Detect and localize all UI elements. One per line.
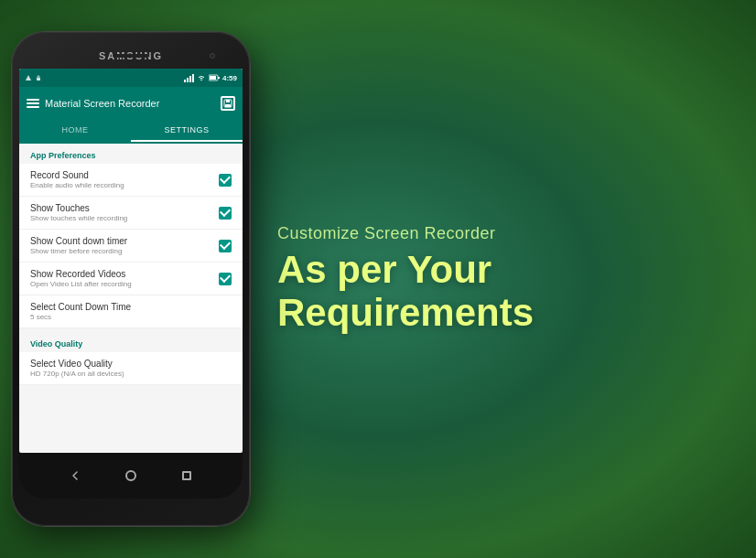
- settings-content: App Preferences Record Sound Enable audi…: [19, 144, 243, 451]
- tab-home[interactable]: HOME: [19, 120, 131, 142]
- svg-rect-7: [225, 104, 231, 107]
- phone-mockup: SAMSUNG: [12, 32, 250, 526]
- nav-back-button[interactable]: [68, 468, 82, 483]
- video-quality-title: Select Video Quality: [30, 359, 232, 369]
- wifi-icon: [197, 74, 206, 81]
- phone-speaker: [113, 54, 149, 58]
- record-sound-desc: Enable audio while recording: [30, 181, 219, 189]
- countdown-timer-title: Show Count down timer: [30, 236, 219, 246]
- countdown-timer-desc: Show timer before recording: [30, 247, 219, 255]
- tagline-line1: As per Your: [277, 248, 491, 291]
- record-sound-title: Record Sound: [30, 170, 219, 180]
- svg-marker-0: [26, 75, 31, 80]
- status-bar-left: [25, 74, 42, 81]
- countdown-time-title: Select Count Down Time: [30, 302, 232, 312]
- setting-countdown-timer[interactable]: Show Count down timer Show timer before …: [19, 230, 243, 263]
- record-sound-checkbox[interactable]: [219, 174, 232, 187]
- nav-recents-button[interactable]: [179, 468, 194, 483]
- countdown-time-desc: 5 secs: [30, 313, 232, 321]
- show-recorded-checkbox[interactable]: [219, 273, 232, 285]
- tagline-large: As per Your Requirements: [277, 249, 717, 333]
- phone-screen: 4:59 Material Screen Recorder: [19, 69, 243, 453]
- phone-top-bar: SAMSUNG: [19, 43, 243, 69]
- app-bar: Material Screen Recorder: [19, 87, 243, 120]
- setting-record-sound[interactable]: Record Sound Enable audio while recordin…: [19, 164, 243, 197]
- tabs: HOME SETTINGS: [19, 120, 243, 144]
- tagline-line2: Requirements: [277, 291, 534, 334]
- setting-show-recorded[interactable]: Show Recorded Videos Open Video List aft…: [19, 263, 243, 295]
- show-touches-desc: Show touches while recording: [30, 214, 219, 222]
- svg-rect-1: [37, 78, 40, 80]
- status-time: 4:59: [222, 74, 237, 82]
- battery-icon: [209, 74, 220, 81]
- lock-icon: [35, 74, 42, 81]
- svg-rect-3: [218, 77, 220, 79]
- svg-rect-6: [226, 100, 230, 102]
- setting-show-touches[interactable]: Show Touches Show touches while recordin…: [19, 197, 243, 230]
- setting-video-quality[interactable]: Select Video Quality HD 720p (N/A on all…: [19, 352, 243, 385]
- hamburger-icon[interactable]: [27, 99, 39, 108]
- status-bar-right: 4:59: [184, 73, 237, 82]
- alert-icon: [25, 74, 32, 81]
- nav-home-button[interactable]: [124, 468, 138, 483]
- phone-camera: [210, 53, 215, 59]
- section-video-quality: Video Quality: [19, 332, 243, 352]
- phone-bottom-bar: [19, 453, 243, 499]
- video-quality-desc: HD 720p (N/A on all devices): [30, 370, 232, 378]
- countdown-timer-checkbox[interactable]: [219, 240, 232, 252]
- right-panel: Customize Screen Recorder As per Your Re…: [250, 206, 744, 351]
- tab-settings[interactable]: SETTINGS: [131, 120, 243, 142]
- tagline-small: Customize Screen Recorder: [277, 224, 717, 243]
- show-recorded-title: Show Recorded Videos: [30, 269, 219, 279]
- show-touches-checkbox[interactable]: [219, 207, 232, 220]
- app-title: Material Screen Recorder: [45, 98, 215, 109]
- section-app-prefs: App Preferences: [19, 144, 243, 164]
- show-touches-title: Show Touches: [30, 203, 219, 213]
- save-icon[interactable]: [221, 96, 235, 111]
- scene: SAMSUNG: [12, 14, 744, 544]
- show-recorded-desc: Open Video List after recording: [30, 280, 219, 288]
- signal-bars: [184, 73, 194, 82]
- svg-rect-4: [210, 76, 216, 80]
- setting-countdown-time[interactable]: Select Count Down Time 5 secs: [19, 295, 243, 328]
- status-bar: 4:59: [19, 69, 243, 87]
